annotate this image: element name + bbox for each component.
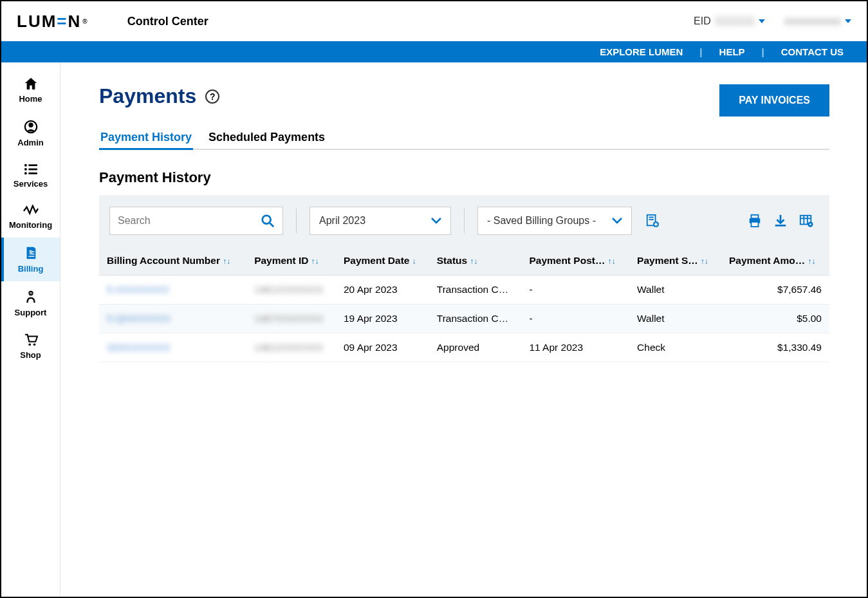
month-select[interactable]: April 2023 [309,207,451,235]
payments-table: Billing Account Number↑↓ Payment ID↑↓ Pa… [99,247,829,362]
payment-id-value: 1461XXXXXXX [254,284,323,295]
svg-line-17 [270,223,274,227]
chevron-down-icon [845,19,851,23]
divider: | [699,46,702,57]
chevron-down-icon [431,218,441,224]
payment-id-value: 1467XXXXXXX [254,313,323,324]
tab-payment-history[interactable]: Payment History [99,131,193,150]
table-row: 5-XXXXXXXX 1461XXXXXXX 20 Apr 2023 Trans… [99,276,829,304]
sidebar-item-services[interactable]: Services [1,155,60,196]
col-status[interactable]: Status↑↓ [429,247,522,276]
search-input[interactable] [118,215,246,227]
svg-point-2 [24,164,26,167]
payment-id-value: 1461XXXXXXX [254,342,323,353]
date-value: 09 Apr 2023 [336,333,429,362]
sidebar-item-shop[interactable]: Shop [1,325,60,368]
svg-point-15 [33,343,35,346]
nav-contact-us[interactable]: CONTACT US [777,46,847,57]
sidebar-item-label: Billing [18,264,44,274]
tab-scheduled-payments[interactable]: Scheduled Payments [207,131,326,150]
amount-value: $1,330.49 [721,333,829,362]
help-icon[interactable]: ? [205,89,219,104]
sort-icon[interactable]: ↑↓ [701,257,708,266]
col-account[interactable]: Billing Account Number↑↓ [99,247,246,276]
sidebar-item-home[interactable]: Home [1,69,60,111]
page-title: Payments [99,84,196,108]
sort-icon[interactable]: ↑↓ [311,257,319,266]
eid-value: 1111111 [715,15,755,27]
divider [296,209,297,233]
sidebar-item-label: Admin [17,138,43,147]
sort-icon[interactable]: ↑↓ [470,257,477,266]
account-link[interactable]: 320XXXXXXX [107,342,170,353]
post-value: 11 Apr 2023 [521,333,629,362]
svg-rect-24 [752,215,759,219]
settings-columns-icon[interactable] [799,213,814,229]
col-amount[interactable]: Payment Amo…↑↓ [721,247,829,276]
col-source[interactable]: Payment S…↑↓ [629,247,721,276]
divider [464,209,465,233]
chevron-down-icon [612,218,622,224]
sidebar-item-billing[interactable]: $ Billing [1,238,60,281]
sidebar-item-admin[interactable]: Admin [1,111,60,155]
svg-point-16 [263,216,271,224]
sort-icon[interactable]: ↓ [412,257,416,266]
svg-point-14 [28,343,31,346]
source-value: Wallet [629,276,721,304]
divider: | [762,46,764,57]
tabs: Payment History Scheduled Payments [99,131,829,150]
list-icon [24,164,38,175]
activity-icon [23,205,39,216]
download-icon[interactable] [773,213,788,229]
billing-group-value: - Saved Billing Groups - [487,215,596,227]
status-value: Transaction C… [429,304,522,333]
sort-icon[interactable]: ↑↓ [223,257,230,266]
print-icon[interactable] [747,213,762,229]
col-post[interactable]: Payment Post…↑↓ [521,247,629,276]
svg-rect-10 [31,254,34,254]
search-box[interactable] [109,207,283,235]
billing-group-select[interactable]: - Saved Billing Groups - [477,207,632,235]
svg-rect-7 [28,173,37,174]
svg-point-13 [30,293,32,294]
svg-point-34 [809,223,811,225]
table-row: 5-QHXXXXXX 1467XXXXXXX 19 Apr 2023 Trans… [99,304,829,333]
account-link[interactable]: 5-XXXXXXXX [107,284,169,295]
topbar: LUM=N® Control Center EID 1111111 xxxxxx… [1,1,867,41]
account-link[interactable]: 5-QHXXXXXX [107,313,171,324]
nav-help[interactable]: HELP [716,46,749,57]
date-value: 20 Apr 2023 [336,276,429,304]
lumen-logo: LUM=N® [17,12,89,32]
svg-rect-11 [28,256,34,257]
save-group-icon[interactable] [645,213,660,229]
amount-value: $7,657.46 [721,276,829,304]
home-icon [24,77,38,90]
pay-invoices-button[interactable]: PAY INVOICES [719,84,829,117]
sidebar: Home Admin Services Monitoring $ Billing [1,62,60,597]
username: xxxxxxxxxxx [784,15,841,27]
support-icon [24,290,38,304]
sort-icon[interactable]: ↑↓ [808,257,815,266]
svg-point-4 [24,168,26,171]
source-value: Check [629,333,721,362]
svg-text:$: $ [29,249,32,256]
svg-point-6 [24,172,26,174]
sort-icon[interactable]: ↑↓ [607,257,615,266]
eid-dropdown[interactable]: EID 1111111 [694,15,765,27]
svg-rect-3 [28,164,37,166]
col-payment-id[interactable]: Payment ID↑↓ [246,247,336,276]
user-dropdown[interactable]: xxxxxxxxxxx [784,15,851,27]
search-icon[interactable] [261,214,275,228]
post-value: - [521,276,629,304]
month-value: April 2023 [319,215,365,227]
col-date[interactable]: Payment Date↓ [336,247,429,276]
billing-icon: $ [24,246,38,260]
cart-icon [24,333,38,346]
source-value: Wallet [629,304,721,333]
nav-explore-lumen[interactable]: EXPLORE LUMEN [596,46,687,57]
svg-point-1 [28,123,33,127]
sidebar-item-monitoring[interactable]: Monitoring [1,196,60,238]
sidebar-item-support[interactable]: Support [1,281,60,325]
sidebar-item-label: Services [14,179,48,189]
user-icon [24,120,38,134]
